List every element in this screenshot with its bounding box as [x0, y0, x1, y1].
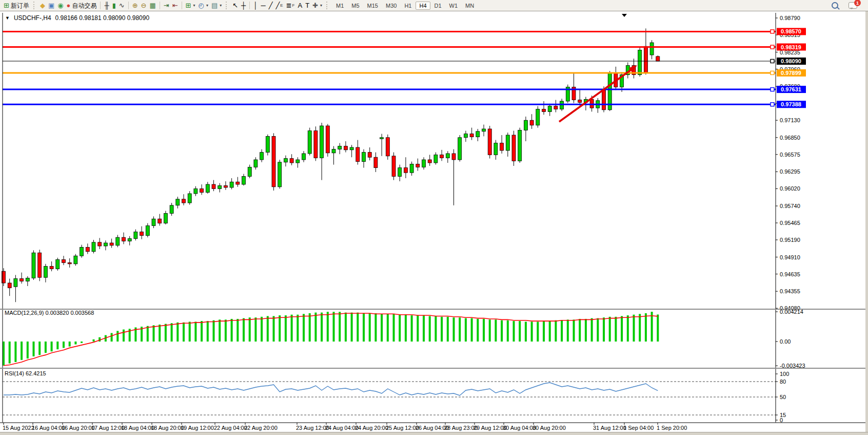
trend-arrow-shaft [559, 70, 631, 122]
price-tick-label: 0.94635 [780, 271, 800, 277]
new-order-button-label: 新订单 [11, 2, 29, 10]
auto-scroll-button[interactable]: ⇥ [162, 2, 171, 10]
bear-candle [656, 56, 660, 61]
bear-candle [62, 259, 66, 262]
bull-candle [320, 126, 324, 158]
timeframe-m15[interactable]: M15 [364, 2, 382, 10]
profiles-icon: ◆ [40, 2, 45, 9]
chart-menu-arrow[interactable]: ▼ [5, 15, 10, 21]
bar-chart-button[interactable]: ╫ [103, 2, 110, 10]
fibonacci-button[interactable]: ≣F [285, 1, 297, 10]
bull-candle [458, 138, 462, 160]
bull-candle [26, 278, 29, 281]
price-tick-label: 0.96295 [780, 168, 800, 175]
bear-candle [500, 143, 504, 150]
bar-chart-icon: ╫ [104, 2, 109, 9]
autotrading-button[interactable]: ●自动交易 [65, 1, 98, 10]
bull-candle [284, 159, 287, 162]
vertical-line-button[interactable]: │ [252, 2, 259, 10]
bull-candle [266, 136, 269, 152]
timeframe-mn[interactable]: MN [462, 2, 478, 10]
zoom-out-button[interactable]: ⊖ [140, 2, 148, 10]
cursor-button[interactable]: ↖ [231, 2, 240, 10]
horizontal-line-button[interactable]: ─ [259, 2, 267, 10]
bear-candle [416, 164, 420, 167]
bull-candle [638, 50, 642, 74]
text-label-icon: T [305, 2, 309, 9]
arrows-button[interactable]: ✚▾ [311, 1, 324, 10]
timeframe-m5[interactable]: M5 [348, 2, 363, 10]
templates-button[interactable]: ▤▾ [210, 1, 223, 10]
bull-candle [74, 256, 77, 264]
tile-windows-button[interactable]: ▦ [148, 2, 157, 10]
bull-candle [398, 168, 402, 177]
channel-button[interactable]: ╱E [274, 1, 285, 10]
time-tick-label: 22 Aug 20:00 [244, 425, 278, 431]
window-right-edge [865, 11, 868, 435]
zoom-in-button[interactable]: ⊕ [131, 2, 140, 10]
bull-candle [410, 164, 413, 173]
timeframe-w1[interactable]: W1 [446, 2, 462, 10]
signals-icon: ◉ [57, 2, 63, 9]
timeframe-d1[interactable]: D1 [431, 2, 445, 10]
indicators-button[interactable]: ⊞▾ [184, 1, 197, 10]
bull-candle [296, 160, 300, 163]
horizontal-line-icon: ─ [261, 2, 265, 9]
toolbar-grip [326, 2, 329, 9]
bear-candle [272, 136, 275, 186]
mt4-terminal: ⊞新订单◆▣◉●自动交易╫▮∿⊕⊖▦⇥⇤⊞▾◴▾▤▾↖┼│─╱╱E≣FAT✚▾M… [0, 0, 868, 435]
timeframe-h1[interactable]: H1 [401, 2, 415, 10]
bull-candle [104, 243, 107, 246]
bull-candle [188, 194, 191, 203]
timeframe-m30[interactable]: M30 [382, 2, 400, 10]
trendline-button[interactable]: ╱ [267, 2, 274, 10]
hline-price-label: 0.97899 [781, 70, 801, 76]
chevron-down-icon[interactable]: ▾ [206, 2, 208, 10]
notifications-button[interactable]: 1 [847, 2, 859, 9]
time-tick-label: 18 Aug 04:00 [121, 425, 154, 431]
chevron-down-icon[interactable]: ▾ [220, 2, 222, 10]
crosshair-button[interactable]: ┼ [240, 2, 247, 10]
market-watch-icon: ▣ [48, 2, 54, 9]
bear-candle [530, 120, 534, 125]
bull-candle [338, 146, 342, 149]
profiles-button[interactable]: ◆ [38, 2, 47, 10]
bull-candle [164, 213, 167, 223]
bull-candle [254, 160, 258, 167]
bull-candle [170, 205, 173, 214]
chart-symbol-period: USDCHF-,H4 [14, 14, 51, 22]
toolbar: ⊞新订单◆▣◉●自动交易╫▮∿⊕⊖▦⇥⇤⊞▾◴▾▤▾↖┼│─╱╱E≣FAT✚▾M… [0, 0, 868, 11]
hline-price-label: 0.98570 [781, 28, 801, 34]
bull-candle [152, 219, 155, 225]
chevron-down-icon[interactable]: ▾ [193, 2, 195, 10]
timeframe-h4[interactable]: H4 [416, 2, 430, 10]
chevron-down-icon[interactable]: ▾ [320, 2, 322, 10]
chart-ohlc-values: 0.98166 0.98181 0.98090 0.98090 [55, 14, 150, 22]
price-tick-label: 0.96020 [780, 185, 800, 192]
periods-button[interactable]: ◴▾ [197, 1, 210, 10]
bear-candle [452, 154, 456, 160]
bear-candle [98, 242, 102, 246]
candlestick-chart-button[interactable]: ▮ [111, 2, 117, 10]
price-chart[interactable]: 0.987900.985150.982350.979600.976800.974… [0, 11, 868, 435]
chart-window[interactable]: 0.987900.985150.982350.979600.976800.974… [0, 11, 868, 435]
timeframe-m1[interactable]: M1 [332, 2, 347, 10]
signals-button[interactable]: ◉ [56, 2, 65, 10]
bear-candle [392, 156, 396, 177]
rsi-line [4, 383, 658, 395]
market-watch-button[interactable]: ▣ [47, 2, 56, 10]
text-label-button[interactable]: T [304, 2, 311, 10]
new-order-button[interactable]: ⊞新订单 [2, 1, 31, 10]
channel-icon: ╱ [276, 2, 280, 9]
bull-candle [278, 162, 282, 187]
bull-candle [218, 185, 222, 188]
time-tick-label: 28 Aug 23:00 [444, 425, 478, 431]
line-chart-button[interactable]: ∿ [117, 2, 126, 10]
text-button[interactable]: A [296, 2, 304, 10]
window-bottom-edge [0, 432, 868, 435]
bear-candle [290, 159, 293, 163]
chart-shift-button[interactable]: ⇤ [171, 2, 180, 10]
zoom-in-icon: ⊕ [132, 2, 138, 9]
fibonacci-icon: ≣ [286, 2, 292, 9]
search-button[interactable] [830, 2, 840, 9]
